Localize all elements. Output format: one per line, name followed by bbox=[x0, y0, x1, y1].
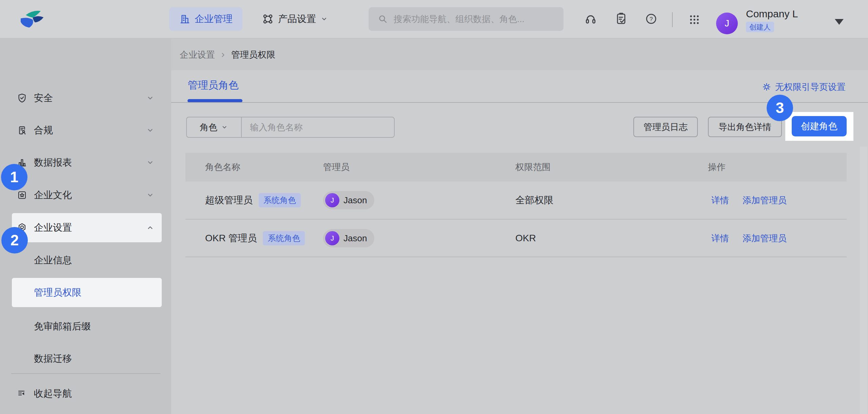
creator-badge: 创建人 bbox=[746, 22, 774, 32]
actions-cell: 详情 添加管理员 bbox=[711, 232, 787, 244]
help-icon[interactable]: ? bbox=[645, 12, 658, 25]
admin-roles-panel: 管理员角色 无权限引导页设置 角色 bbox=[171, 70, 868, 414]
step-badge-2: 2 bbox=[1, 227, 28, 253]
search-icon bbox=[377, 14, 388, 24]
main-content: 企业设置 管理员权限 管理员角色 无权限引导页设置 bbox=[171, 38, 868, 414]
building-icon bbox=[179, 13, 191, 25]
chevron-down-icon bbox=[146, 191, 155, 200]
search-input[interactable] bbox=[393, 8, 564, 30]
actions-cell: 详情 添加管理员 bbox=[711, 194, 787, 206]
scope-cell: OKR bbox=[515, 233, 536, 244]
sidebar-item-enterprise-settings[interactable]: 企业设置 bbox=[12, 213, 162, 242]
add-admin-link[interactable]: 添加管理员 bbox=[743, 232, 787, 244]
create-role-button[interactable]: 创建角色 bbox=[792, 116, 847, 136]
column-actions: 操作 bbox=[708, 153, 726, 182]
detail-link[interactable]: 详情 bbox=[711, 194, 729, 206]
sidebar-nav: 安全 合规 bbox=[0, 38, 171, 414]
role-filter: 角色 bbox=[186, 117, 395, 138]
admin-name: Jason bbox=[343, 233, 367, 244]
row-divider bbox=[185, 257, 847, 257]
collapse-nav-icon bbox=[17, 389, 27, 399]
sidebar-item-email-suffix[interactable]: 免审邮箱后缀 bbox=[0, 316, 171, 337]
column-scope: 权限范围 bbox=[515, 153, 551, 182]
chevron-down-icon bbox=[221, 124, 228, 131]
sidebar-item-compliance[interactable]: 合规 bbox=[0, 120, 171, 140]
column-role-name: 角色名称 bbox=[205, 153, 240, 182]
table-row: OKR 管理员 系统角色 J Jason OKR 详情 添加管理员 bbox=[185, 220, 847, 257]
sidebar-item-security[interactable]: 安全 bbox=[0, 88, 171, 108]
shield-check-icon bbox=[17, 93, 27, 103]
chevron-down-icon bbox=[146, 126, 155, 135]
role-name: 超级管理员 bbox=[205, 194, 253, 207]
sidebar-item-label: 安全 bbox=[34, 88, 53, 108]
document-user-icon bbox=[17, 125, 27, 135]
tab-admin-roles[interactable]: 管理员角色 bbox=[188, 78, 239, 92]
apps-grid-icon[interactable] bbox=[688, 13, 701, 26]
nav-enterprise-admin[interactable]: 企业管理 bbox=[169, 7, 242, 31]
star-card-icon bbox=[17, 190, 27, 200]
sidebar-item-label: 数据报表 bbox=[34, 152, 72, 173]
account-avatar[interactable]: J bbox=[716, 13, 738, 34]
collapse-nav-button[interactable]: 收起导航 bbox=[0, 383, 171, 404]
admin-log-button[interactable]: 管理员日志 bbox=[633, 117, 698, 137]
table-row: 超级管理员 系统角色 J Jason 全部权限 详情 添加管理员 bbox=[185, 182, 847, 219]
sidebar-subitem-label: 企业信息 bbox=[34, 250, 72, 270]
role-name-cell: 超级管理员 系统角色 bbox=[205, 193, 301, 207]
scope-cell: 全部权限 bbox=[515, 194, 553, 207]
sidebar-item-admin-permissions[interactable]: 管理员权限 bbox=[12, 278, 162, 307]
header-divider bbox=[672, 12, 673, 27]
step-badge-3: 3 bbox=[767, 95, 793, 121]
step-badge-1: 1 bbox=[1, 164, 27, 190]
gear-icon bbox=[762, 82, 772, 92]
top-header: 企业管理 产品设置 bbox=[0, 0, 868, 38]
filter-field-select[interactable]: 角色 bbox=[187, 117, 241, 137]
add-admin-link[interactable]: 添加管理员 bbox=[743, 194, 787, 206]
no-permission-guide-link[interactable]: 无权限引导页设置 bbox=[762, 79, 846, 94]
system-role-tag: 系统角色 bbox=[259, 193, 301, 207]
sidebar-item-enterprise-info[interactable]: 企业信息 bbox=[0, 250, 171, 270]
clipboard-check-icon[interactable] bbox=[614, 12, 628, 25]
admin-chip[interactable]: J Jason bbox=[323, 229, 374, 247]
sidebar-divider bbox=[11, 373, 160, 374]
headset-support-icon[interactable] bbox=[584, 13, 597, 25]
breadcrumb-parent[interactable]: 企业设置 bbox=[180, 49, 215, 61]
nav-enterprise-admin-label: 企业管理 bbox=[195, 13, 233, 25]
filter-field-label: 角色 bbox=[200, 121, 217, 133]
svg-text:?: ? bbox=[650, 16, 653, 22]
chevron-right-icon bbox=[220, 52, 226, 58]
sidebar-item-label: 合规 bbox=[34, 120, 53, 140]
no-permission-guide-label: 无权限引导页设置 bbox=[775, 81, 846, 93]
tabs-divider bbox=[171, 102, 868, 103]
apps-icon bbox=[262, 13, 274, 25]
admin-avatar: J bbox=[325, 231, 339, 245]
sidebar-item-reports[interactable]: 数据报表 bbox=[0, 152, 171, 173]
sidebar-subitem-label: 数据迁移 bbox=[34, 349, 72, 369]
admin-avatar: J bbox=[325, 193, 339, 207]
sidebar-subitem-label: 免审邮箱后缀 bbox=[34, 316, 91, 337]
sidebar-subitem-label: 管理员权限 bbox=[34, 278, 81, 307]
caret-down-icon[interactable] bbox=[835, 19, 844, 25]
detail-link[interactable]: 详情 bbox=[711, 232, 729, 244]
scrollbar-track[interactable] bbox=[860, 147, 867, 414]
company-name: Company L bbox=[746, 8, 798, 20]
nav-product-settings-label: 产品设置 bbox=[278, 13, 316, 25]
role-name: OKR 管理员 bbox=[205, 232, 257, 245]
app-logo-bird-icon bbox=[18, 8, 45, 30]
collapse-nav-label: 收起导航 bbox=[34, 383, 72, 404]
sidebar-item-label: 企业文化 bbox=[34, 185, 72, 205]
breadcrumb-current: 管理员权限 bbox=[231, 49, 275, 61]
export-role-details-button[interactable]: 导出角色详情 bbox=[708, 117, 782, 137]
chevron-down-icon bbox=[146, 158, 155, 167]
role-name-input[interactable] bbox=[242, 118, 394, 136]
table-header: 角色名称 管理员 权限范围 操作 bbox=[185, 153, 847, 182]
admin-name: Jason bbox=[343, 195, 367, 206]
role-name-cell: OKR 管理员 系统角色 bbox=[205, 231, 305, 245]
sidebar-item-culture[interactable]: 企业文化 bbox=[0, 185, 171, 205]
avatar-initial: J bbox=[725, 18, 729, 29]
nav-product-settings[interactable]: 产品设置 bbox=[262, 7, 328, 31]
chevron-down-icon bbox=[320, 15, 328, 23]
sidebar-item-data-migration[interactable]: 数据迁移 bbox=[0, 349, 171, 369]
breadcrumb: 企业设置 管理员权限 bbox=[180, 49, 275, 61]
chevron-down-icon bbox=[146, 94, 155, 102]
admin-chip[interactable]: J Jason bbox=[323, 191, 374, 209]
